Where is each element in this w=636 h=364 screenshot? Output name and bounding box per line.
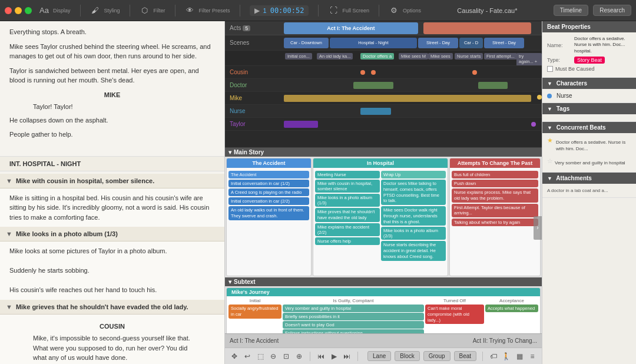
rp-tags-header[interactable]: ▼ Tags xyxy=(542,103,636,114)
play-icon[interactable]: ▶ xyxy=(329,350,339,362)
turnedoff-node-1[interactable]: Can't make moral compromise (with old la… xyxy=(425,305,484,324)
screenplay-panel: Everything stops. A breath. Mike sees Ta… xyxy=(0,21,225,364)
rp-attachments-header[interactable]: ▼ Attachments xyxy=(542,173,636,184)
hospital-node-album2[interactable]: Mike looks in a photo album (2/3) xyxy=(381,227,446,240)
menu-icon[interactable]: ≡ xyxy=(528,350,537,362)
minimize-button[interactable] xyxy=(15,7,22,14)
subtext-header[interactable]: ▾ Subtext xyxy=(225,277,542,286)
fullscreen-icon[interactable]: ⛶ xyxy=(328,5,339,16)
timeline-button[interactable]: Timeline xyxy=(554,5,588,16)
nurse-bar xyxy=(360,108,391,115)
concurrent-item-2: ☆ Very somber and guilty in hospital xyxy=(547,157,631,168)
timeline-panel: Acts 5 Act I: The Accident Scenes Car - … xyxy=(225,21,542,148)
acts-label: Acts 5 xyxy=(225,25,284,31)
main-area: Everything stops. A breath. Mike sees Ta… xyxy=(0,21,636,364)
turnedoff-col-header: Turned Off xyxy=(425,298,484,303)
toolbar-sep-5 xyxy=(318,5,319,16)
person-walk-icon[interactable]: 🚶 xyxy=(502,350,511,362)
main-story-arrow: ▾ xyxy=(228,149,231,155)
research-button[interactable]: Research xyxy=(593,5,631,16)
rp-characters-header[interactable]: ▼ Characters xyxy=(542,78,636,89)
rp-concurrent-header[interactable]: ▼ Concurrent Beats xyxy=(542,122,636,133)
guilty-node-4[interactable]: Follows instructions without questioning xyxy=(283,329,424,333)
guilty-node-3[interactable]: Doesn't want to play God xyxy=(283,321,424,329)
beat-3-header[interactable]: ▼ Mike grieves that he shouldn't have ev… xyxy=(0,300,224,315)
mike-timeline xyxy=(284,92,542,105)
hospital-node-meeting[interactable]: Meeting Nurse xyxy=(315,171,380,178)
rp-title: Beat Properties xyxy=(547,24,591,30)
beat-1-header[interactable]: ▼ Mike with cousin in hospital, somber s… xyxy=(0,174,224,188)
zoom-in-icon[interactable]: ⊕ xyxy=(294,350,304,362)
acceptance-node-1[interactable]: Accepts what happened xyxy=(485,305,538,312)
attempts-node-bus[interactable]: Bus full of children xyxy=(452,171,538,178)
concurrent-text-2: Very somber and guilty in hospital xyxy=(555,157,625,168)
story-scroll-right[interactable]: › xyxy=(534,216,542,240)
skip-end-icon[interactable]: ⏭ xyxy=(342,350,352,362)
tags-section-title: ▼ Tags xyxy=(547,105,569,112)
rp-header: Beat Properties xyxy=(542,21,636,32)
hospital-node-nurse-help[interactable]: Nurse offers help xyxy=(315,237,380,245)
hospital-node-mike-sees[interactable]: Mike sees Doctor walk right through nurs… xyxy=(381,206,446,226)
guilty-node-1[interactable]: Very somber and guilty in hospital xyxy=(283,305,424,312)
beat-2-header[interactable]: ▼ Mike looks in a photo album (1/3) xyxy=(0,227,224,241)
mike-bar xyxy=(284,95,531,102)
top-bar: Aa Display 🖌 Styling ⬡ Filter 👁 Filter P… xyxy=(0,0,636,21)
main-story-header[interactable]: ▾ Main Story xyxy=(225,148,542,157)
rp-name-row: Name: Doctor offers a sedative. Nurse is… xyxy=(547,36,631,54)
filter-icon[interactable]: ⬡ xyxy=(140,5,150,16)
turnedoff-col: Turned Off Can't make moral compromise (… xyxy=(425,298,484,333)
accident-node-2[interactable]: Initial conversation in car (1/2) xyxy=(228,180,309,187)
options-icon[interactable]: ⚙ xyxy=(389,5,399,16)
hospital-node-album1[interactable]: Mike looks in a photo album (1/3) xyxy=(315,194,380,207)
accident-node-1[interactable]: The Accident xyxy=(228,171,309,178)
hospital-node-doctor-sees[interactable]: Doctor sees Mike talking to himself, com… xyxy=(381,180,446,205)
zoom-fit-icon[interactable]: ⊡ xyxy=(281,350,291,362)
undo-icon[interactable]: ↩ xyxy=(243,350,252,362)
cousin-dot-3 xyxy=(472,70,477,75)
beat-3-arrow: ▼ xyxy=(6,303,12,310)
play-button[interactable]: ▶ xyxy=(254,6,260,15)
attempts-node-talking[interactable]: Talking about whether to try again xyxy=(452,219,538,226)
hospital-node-wrapup[interactable]: Wrap Up xyxy=(381,171,446,178)
move-icon[interactable]: ✥ xyxy=(230,350,239,362)
taylor-bar-1 xyxy=(284,121,318,128)
zoom-out-icon[interactable]: ⊖ xyxy=(269,350,278,362)
acts-count: 5 xyxy=(243,25,250,31)
display-icon[interactable]: Aa xyxy=(39,5,49,16)
guilty-node-2[interactable]: Briefly sees possibilities in it xyxy=(283,313,424,320)
skip-start-icon[interactable]: ⏮ xyxy=(316,350,326,362)
hospital-node-nurse-desc[interactable]: Nurse starts describing the accident in … xyxy=(381,241,446,260)
nurse-label: Nurse xyxy=(225,108,284,114)
close-button[interactable] xyxy=(5,7,12,14)
maximize-button[interactable] xyxy=(25,7,32,14)
must-be-caused-checkbox[interactable] xyxy=(547,66,553,72)
initial-node-1[interactable]: Socially angry/frustrated in car xyxy=(228,305,281,319)
styling-icon[interactable]: 🖌 xyxy=(90,5,101,16)
block-button[interactable]: Block xyxy=(395,351,419,361)
resize-icon[interactable]: ⬚ xyxy=(256,350,265,362)
accident-node-5[interactable]: An old lady walks out in front of them. … xyxy=(228,206,309,220)
accident-node-3[interactable]: A Creed song is playing on the radio xyxy=(228,188,309,196)
toolbar-display: Aa Display xyxy=(39,5,71,16)
tag-icon[interactable]: 🏷 xyxy=(489,350,498,362)
scene-street-day-1: Street - Day xyxy=(418,38,458,48)
must-be-caused-row: Must Be Caused xyxy=(547,66,631,72)
grid-icon[interactable]: ▦ xyxy=(515,350,524,362)
initial-col: Initial Socially angry/frustrated in car xyxy=(228,298,281,333)
accident-node-4[interactable]: Initial conversation in car (2/2) xyxy=(228,197,309,205)
beat-button[interactable]: Beat xyxy=(454,351,477,361)
act-2-block xyxy=(423,22,532,34)
hospital-node-cousin[interactable]: Mike with cousin in hospital, somber sil… xyxy=(315,180,380,193)
beat-2-content: Mike looks at some pictures of Taylor in… xyxy=(0,241,224,300)
sub-scene-old-lady: An old lady ka... xyxy=(317,53,353,59)
attempts-node-push[interactable]: Push down xyxy=(452,180,538,187)
attempts-node-nurse-explains[interactable]: Nurse explains process. Mike says that o… xyxy=(452,188,538,203)
attempts-node-first[interactable]: First Attempt. Taylor dies because of ar… xyxy=(452,204,538,218)
char-row-cousin: Cousin xyxy=(225,66,542,79)
group-button[interactable]: Group xyxy=(423,351,450,361)
lane-button[interactable]: Lane xyxy=(367,351,391,361)
mikes-journey-header: Mike's Journey xyxy=(227,288,540,296)
eye-icon[interactable]: 👁 xyxy=(185,5,196,16)
hospital-node-explains[interactable]: Mike explains the accident (2/2) xyxy=(315,223,380,236)
hospital-node-proves[interactable]: Mike proves that he shouldn't have evade… xyxy=(315,208,380,222)
